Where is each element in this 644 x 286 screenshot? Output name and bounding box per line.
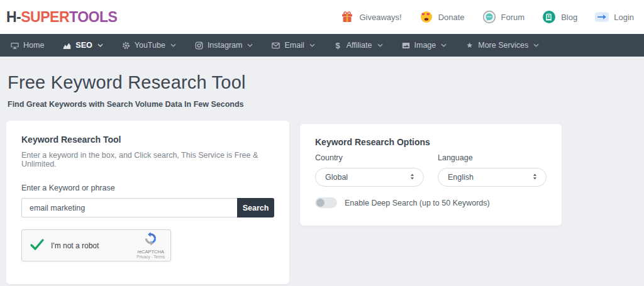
- recaptcha-check-icon[interactable]: [30, 237, 45, 255]
- chart-icon: [63, 41, 71, 50]
- language-select-value: English: [448, 173, 474, 182]
- nav-item-affiliate[interactable]: $ Affiliate: [325, 34, 392, 57]
- options-card-title: Keyword Research Options: [315, 137, 547, 147]
- nav-item-home[interactable]: Home: [1, 34, 53, 57]
- logo-part-h: H-: [6, 9, 21, 26]
- recaptcha-label: I'm not a robot: [51, 241, 99, 250]
- page-title: Free Keyword Research Tool: [8, 72, 644, 93]
- donate-link[interactable]: Donate: [419, 10, 465, 24]
- nav-item-instagram[interactable]: Instagram: [186, 34, 263, 57]
- nav-item-label: Affiliate: [347, 41, 372, 50]
- image-icon: [402, 41, 410, 50]
- envelope-icon: [272, 41, 280, 50]
- gift-icon: [340, 10, 354, 24]
- recaptcha-widget[interactable]: I'm not a robot reCAPTCHA Privacy - Term…: [21, 229, 171, 261]
- search-button[interactable]: Search: [237, 198, 274, 217]
- options-row: Country Global Language English: [315, 153, 547, 187]
- country-field: Country Global: [315, 153, 424, 187]
- donate-label: Donate: [438, 13, 465, 22]
- main-content: Keyword Research Tool Enter a keyword in…: [0, 121, 644, 284]
- chevron-down-icon: [97, 43, 103, 47]
- country-select-value: Global: [325, 173, 348, 182]
- forum-icon: [482, 10, 496, 24]
- tool-card-description: Enter a keyword in the box, and Click se…: [21, 151, 274, 168]
- logo-part-tools: TOOLS: [69, 9, 117, 26]
- nav-item-email[interactable]: Email: [262, 34, 324, 57]
- login-arrow-icon: [595, 10, 609, 24]
- blog-label: Blog: [561, 13, 577, 22]
- nav-item-label: Instagram: [208, 41, 243, 50]
- nav-item-label: Email: [284, 41, 304, 50]
- forum-label: Forum: [501, 13, 525, 22]
- instagram-icon: [195, 41, 203, 50]
- keyword-research-options-card: Keyword Research Options Country Global …: [300, 124, 562, 226]
- monitor-icon: [11, 41, 19, 50]
- site-logo[interactable]: H-SUPERTOOLS: [6, 9, 117, 26]
- tool-card-title: Keyword Research Tool: [21, 135, 274, 145]
- chevron-down-icon: [533, 43, 539, 47]
- deep-search-label: Enable Deep Search (up to 50 Keywords): [345, 199, 490, 207]
- heart-eyes-icon: [419, 10, 433, 24]
- recaptcha-logo-icon: [143, 231, 158, 246]
- keyword-input-group: Search: [21, 198, 274, 217]
- updown-arrows-icon: [532, 173, 538, 182]
- language-label: Language: [438, 153, 547, 162]
- recaptcha-brand: reCAPTCHA Privacy - Terms: [136, 231, 165, 260]
- country-select[interactable]: Global: [315, 168, 424, 187]
- forum-link[interactable]: Forum: [482, 10, 525, 24]
- keyword-input[interactable]: [21, 198, 237, 217]
- language-select[interactable]: English: [438, 168, 547, 187]
- updown-arrows-icon: [409, 173, 415, 182]
- nav-item-youtube[interactable]: YouTube: [113, 34, 186, 57]
- blog-link[interactable]: Blog: [542, 10, 577, 24]
- deep-search-row: Enable Deep Search (up to 50 Keywords): [315, 197, 547, 208]
- nav-item-image[interactable]: Image: [392, 34, 457, 57]
- recaptcha-privacy-terms[interactable]: Privacy - Terms: [136, 255, 165, 260]
- hero-section: Free Keyword Research Tool Find Great Ke…: [0, 57, 644, 109]
- chevron-down-icon: [247, 43, 253, 47]
- blog-icon: [542, 10, 556, 24]
- main-navbar: Home SEO YouTube Instagram Email $ Affil…: [0, 34, 644, 57]
- login-link[interactable]: Login: [595, 10, 634, 24]
- gear-icon: [122, 41, 130, 50]
- deep-search-toggle[interactable]: [315, 197, 337, 208]
- logo-part-super: SUPER: [21, 9, 69, 26]
- login-label: Login: [614, 13, 634, 22]
- nav-item-more-services[interactable]: ★ More Services: [456, 34, 548, 57]
- nav-item-label: Home: [23, 41, 44, 50]
- recaptcha-brand-name: reCAPTCHA: [136, 249, 165, 255]
- toggle-knob: [316, 199, 325, 207]
- chevron-down-icon: [309, 43, 315, 47]
- nav-item-label: SEO: [75, 41, 92, 50]
- top-header: H-SUPERTOOLS Giveaways!: [0, 0, 644, 34]
- keyword-research-tool-card: Keyword Research Tool Enter a keyword in…: [6, 121, 289, 284]
- country-label: Country: [315, 153, 424, 162]
- chevron-down-icon: [377, 43, 383, 47]
- header-links: Giveaways! Donate: [340, 10, 634, 24]
- nav-item-label: Image: [414, 41, 436, 50]
- page-subtitle: Find Great Keywords with Search Volume D…: [8, 100, 644, 109]
- chevron-down-icon: [170, 43, 176, 47]
- language-field: Language English: [438, 153, 547, 187]
- giveaways-label: Giveaways!: [359, 13, 401, 22]
- dollar-icon: $: [334, 41, 342, 50]
- nav-item-seo[interactable]: SEO: [53, 34, 112, 57]
- nav-item-label: YouTube: [135, 41, 165, 50]
- giveaways-link[interactable]: Giveaways!: [340, 10, 401, 24]
- star-icon: ★: [465, 41, 474, 50]
- keyword-input-label: Enter a Keyword or phrase: [21, 184, 274, 192]
- nav-item-label: More Services: [478, 41, 528, 50]
- chevron-down-icon: [441, 43, 447, 47]
